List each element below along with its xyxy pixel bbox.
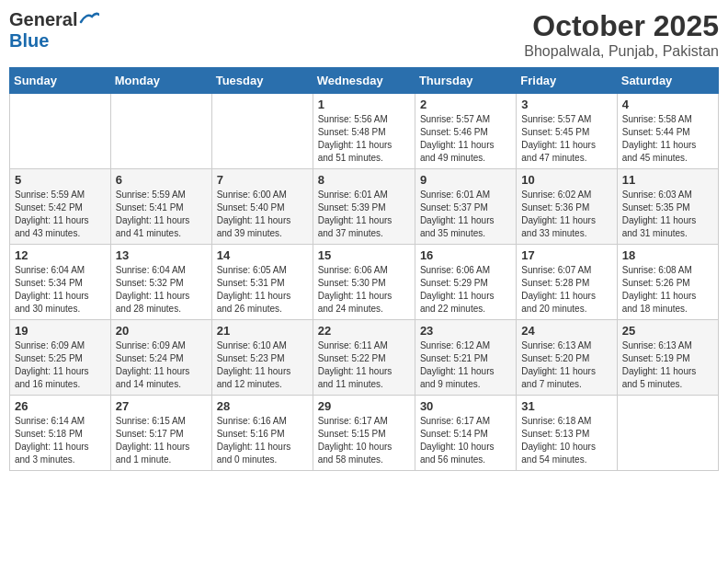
- calendar-cell: 25Sunrise: 6:13 AM Sunset: 5:19 PM Dayli…: [617, 320, 718, 396]
- day-info: Sunrise: 5:59 AM Sunset: 5:41 PM Dayligh…: [116, 189, 207, 240]
- day-info: Sunrise: 6:06 AM Sunset: 5:30 PM Dayligh…: [318, 264, 410, 316]
- calendar-cell: 14Sunrise: 6:05 AM Sunset: 5:31 PM Dayli…: [211, 245, 313, 320]
- day-number: 8: [318, 173, 410, 187]
- calendar-dow-sunday: Sunday: [10, 68, 111, 94]
- day-info: Sunrise: 5:57 AM Sunset: 5:46 PM Dayligh…: [420, 113, 511, 165]
- day-info: Sunrise: 6:04 AM Sunset: 5:32 PM Dayligh…: [116, 264, 207, 316]
- day-info: Sunrise: 6:12 AM Sunset: 5:21 PM Dayligh…: [420, 339, 511, 391]
- day-number: 13: [116, 248, 207, 262]
- calendar-dow-wednesday: Wednesday: [313, 68, 415, 94]
- day-number: 15: [318, 248, 410, 262]
- calendar-header-row: SundayMondayTuesdayWednesdayThursdayFrid…: [10, 68, 719, 94]
- calendar-cell: 19Sunrise: 6:09 AM Sunset: 5:25 PM Dayli…: [10, 320, 111, 396]
- day-info: Sunrise: 6:16 AM Sunset: 5:16 PM Dayligh…: [217, 415, 308, 466]
- calendar-cell: 10Sunrise: 6:02 AM Sunset: 5:36 PM Dayli…: [517, 169, 617, 245]
- day-info: Sunrise: 6:11 AM Sunset: 5:22 PM Dayligh…: [318, 339, 410, 391]
- calendar-cell: [10, 94, 111, 169]
- day-number: 6: [116, 173, 207, 187]
- calendar-cell: 26Sunrise: 6:14 AM Sunset: 5:18 PM Dayli…: [10, 396, 111, 471]
- day-info: Sunrise: 6:05 AM Sunset: 5:31 PM Dayligh…: [217, 264, 308, 316]
- calendar-week-row: 19Sunrise: 6:09 AM Sunset: 5:25 PM Dayli…: [10, 320, 719, 396]
- logo: General Blue: [9, 9, 99, 52]
- calendar-subtitle: Bhopalwala, Punjab, Pakistan: [524, 43, 719, 60]
- title-area: October 2025 Bhopalwala, Punjab, Pakista…: [524, 9, 719, 60]
- day-number: 30: [420, 399, 511, 413]
- day-number: 24: [521, 324, 611, 338]
- calendar-dow-friday: Friday: [517, 68, 617, 94]
- calendar-dow-tuesday: Tuesday: [211, 68, 313, 94]
- logo-blue: Blue: [9, 30, 49, 51]
- calendar-dow-thursday: Thursday: [415, 68, 516, 94]
- day-info: Sunrise: 6:00 AM Sunset: 5:40 PM Dayligh…: [217, 189, 308, 240]
- calendar-week-row: 12Sunrise: 6:04 AM Sunset: 5:34 PM Dayli…: [10, 245, 719, 320]
- day-number: 23: [420, 324, 511, 338]
- calendar-cell: 15Sunrise: 6:06 AM Sunset: 5:30 PM Dayli…: [313, 245, 415, 320]
- calendar-cell: 24Sunrise: 6:13 AM Sunset: 5:20 PM Dayli…: [517, 320, 617, 396]
- calendar-cell: 18Sunrise: 6:08 AM Sunset: 5:26 PM Dayli…: [617, 245, 718, 320]
- calendar-cell: 21Sunrise: 6:10 AM Sunset: 5:23 PM Dayli…: [211, 320, 313, 396]
- day-number: 7: [217, 173, 308, 187]
- calendar-table: SundayMondayTuesdayWednesdayThursdayFrid…: [9, 67, 719, 471]
- day-number: 16: [420, 248, 511, 262]
- day-info: Sunrise: 6:18 AM Sunset: 5:13 PM Dayligh…: [521, 415, 611, 466]
- day-number: 27: [116, 399, 207, 413]
- calendar-cell: 1Sunrise: 5:56 AM Sunset: 5:48 PM Daylig…: [313, 94, 415, 169]
- day-info: Sunrise: 6:02 AM Sunset: 5:36 PM Dayligh…: [521, 189, 611, 240]
- calendar-cell: 29Sunrise: 6:17 AM Sunset: 5:15 PM Dayli…: [313, 396, 415, 471]
- day-info: Sunrise: 5:56 AM Sunset: 5:48 PM Dayligh…: [318, 113, 410, 165]
- day-info: Sunrise: 6:09 AM Sunset: 5:25 PM Dayligh…: [15, 339, 106, 391]
- calendar-cell: 28Sunrise: 6:16 AM Sunset: 5:16 PM Dayli…: [211, 396, 313, 471]
- calendar-dow-monday: Monday: [110, 68, 211, 94]
- day-number: 12: [15, 248, 106, 262]
- calendar-cell: 6Sunrise: 5:59 AM Sunset: 5:41 PM Daylig…: [110, 169, 211, 245]
- day-info: Sunrise: 5:59 AM Sunset: 5:42 PM Dayligh…: [15, 189, 106, 240]
- calendar-title: October 2025: [524, 9, 719, 43]
- logo-bird-icon: [79, 11, 99, 29]
- day-number: 1: [318, 98, 410, 111]
- calendar-cell: 2Sunrise: 5:57 AM Sunset: 5:46 PM Daylig…: [415, 94, 516, 169]
- logo-general: General: [9, 9, 77, 30]
- calendar-cell: [110, 94, 211, 169]
- day-info: Sunrise: 6:13 AM Sunset: 5:20 PM Dayligh…: [521, 339, 611, 391]
- day-info: Sunrise: 5:58 AM Sunset: 5:44 PM Dayligh…: [622, 113, 713, 165]
- calendar-cell: 12Sunrise: 6:04 AM Sunset: 5:34 PM Dayli…: [10, 245, 111, 320]
- day-info: Sunrise: 6:17 AM Sunset: 5:15 PM Dayligh…: [318, 415, 410, 466]
- calendar-week-row: 26Sunrise: 6:14 AM Sunset: 5:18 PM Dayli…: [10, 396, 719, 471]
- day-number: 11: [622, 173, 713, 187]
- calendar-cell: 4Sunrise: 5:58 AM Sunset: 5:44 PM Daylig…: [617, 94, 718, 169]
- day-number: 26: [15, 399, 106, 413]
- calendar-week-row: 5Sunrise: 5:59 AM Sunset: 5:42 PM Daylig…: [10, 169, 719, 245]
- calendar-cell: 7Sunrise: 6:00 AM Sunset: 5:40 PM Daylig…: [211, 169, 313, 245]
- calendar-cell: 13Sunrise: 6:04 AM Sunset: 5:32 PM Dayli…: [110, 245, 211, 320]
- day-number: 25: [622, 324, 713, 338]
- calendar-cell: 31Sunrise: 6:18 AM Sunset: 5:13 PM Dayli…: [517, 396, 617, 471]
- calendar-cell: 8Sunrise: 6:01 AM Sunset: 5:39 PM Daylig…: [313, 169, 415, 245]
- day-number: 14: [217, 248, 308, 262]
- day-info: Sunrise: 6:17 AM Sunset: 5:14 PM Dayligh…: [420, 415, 511, 466]
- day-number: 29: [318, 399, 410, 413]
- calendar-cell: 22Sunrise: 6:11 AM Sunset: 5:22 PM Dayli…: [313, 320, 415, 396]
- day-info: Sunrise: 6:03 AM Sunset: 5:35 PM Dayligh…: [622, 189, 713, 240]
- calendar-cell: [617, 396, 718, 471]
- day-number: 9: [420, 173, 511, 187]
- day-info: Sunrise: 6:01 AM Sunset: 5:39 PM Dayligh…: [318, 189, 410, 240]
- calendar-cell: 27Sunrise: 6:15 AM Sunset: 5:17 PM Dayli…: [110, 396, 211, 471]
- calendar-cell: 16Sunrise: 6:06 AM Sunset: 5:29 PM Dayli…: [415, 245, 516, 320]
- day-number: 4: [622, 98, 713, 111]
- day-number: 28: [217, 399, 308, 413]
- day-info: Sunrise: 6:01 AM Sunset: 5:37 PM Dayligh…: [420, 189, 511, 240]
- logo-container: General Blue: [9, 9, 99, 52]
- calendar-cell: 17Sunrise: 6:07 AM Sunset: 5:28 PM Dayli…: [517, 245, 617, 320]
- day-number: 3: [521, 98, 611, 111]
- calendar-cell: 5Sunrise: 5:59 AM Sunset: 5:42 PM Daylig…: [10, 169, 111, 245]
- day-info: Sunrise: 6:07 AM Sunset: 5:28 PM Dayligh…: [521, 264, 611, 316]
- day-number: 21: [217, 324, 308, 338]
- header: General Blue October 2025 Bhopalwala, Pu…: [9, 9, 719, 60]
- calendar-week-row: 1Sunrise: 5:56 AM Sunset: 5:48 PM Daylig…: [10, 94, 719, 169]
- day-info: Sunrise: 5:57 AM Sunset: 5:45 PM Dayligh…: [521, 113, 611, 165]
- day-number: 18: [622, 248, 713, 262]
- day-info: Sunrise: 6:15 AM Sunset: 5:17 PM Dayligh…: [116, 415, 207, 466]
- day-number: 31: [521, 399, 611, 413]
- day-number: 10: [521, 173, 611, 187]
- calendar-cell: 30Sunrise: 6:17 AM Sunset: 5:14 PM Dayli…: [415, 396, 516, 471]
